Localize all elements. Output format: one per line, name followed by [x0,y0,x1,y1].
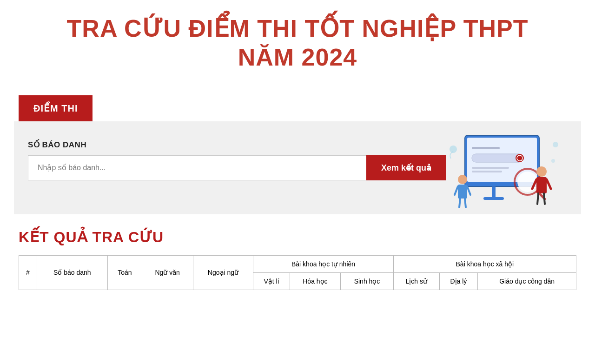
col-hoahoc: Hóa học [290,272,341,290]
svg-rect-9 [472,167,509,169]
search-button[interactable]: Xem kết quả [366,155,446,180]
col-gdcd: Giáo dục công dân [478,272,576,290]
svg-point-27 [553,142,558,147]
results-table: # Số báo danh Toán Ngữ văn Ngoại ngữ Bài… [19,255,576,290]
col-sinhhoc: Sinh học [341,272,393,290]
results-section: KẾT QUẢ TRA CỨU # Số báo danh Toán Ngữ v… [14,214,581,290]
col-nguvan: Ngữ văn [142,255,193,290]
col-ngoaingu: Ngoại ngữ [193,255,253,290]
search-input[interactable] [28,155,366,180]
tab-section: ĐIỂM THI [14,95,581,121]
svg-rect-15 [458,185,467,199]
svg-line-18 [459,199,460,207]
diem-thi-tab[interactable]: ĐIỂM THI [19,95,93,121]
title-line1: TRA CỨU ĐIỂM THI TỐT NGHIỆP THPT [67,15,529,42]
svg-rect-4 [472,154,523,162]
group-khxh: Bài khoa học xã hội [393,255,576,272]
search-section: SỐ BÁO DANH Xem kết quả [14,121,581,214]
title-line2: NĂM 2024 [238,44,357,71]
svg-line-24 [537,193,538,204]
col-toan: Toán [107,255,142,290]
search-row: Xem kết quả [28,155,446,180]
page-title: TRA CỨU ĐIỂM THI TỐT NGHIỆP THPT NĂM 202… [14,0,581,81]
svg-rect-2 [492,186,496,198]
illustration [437,126,567,214]
svg-line-19 [465,199,466,207]
svg-rect-3 [483,197,504,200]
results-title: KẾT QUẢ TRA CỨU [19,228,576,246]
svg-rect-8 [472,147,500,149]
svg-rect-21 [536,177,547,193]
col-lichsu: Lịch sử [393,272,439,290]
svg-line-23 [547,179,551,189]
svg-rect-10 [472,171,502,172]
svg-line-16 [455,186,458,195]
group-khtn: Bài khoa học tự nhiên [253,255,393,272]
col-hash: # [19,255,37,290]
col-vatli: Vật lí [253,272,290,290]
col-dialy: Địa lý [439,272,478,290]
svg-line-25 [544,193,545,204]
svg-point-28 [551,159,555,163]
svg-point-20 [536,166,547,177]
svg-line-17 [467,186,470,195]
col-sbd: Số báo danh [37,255,107,290]
svg-point-14 [458,175,467,184]
